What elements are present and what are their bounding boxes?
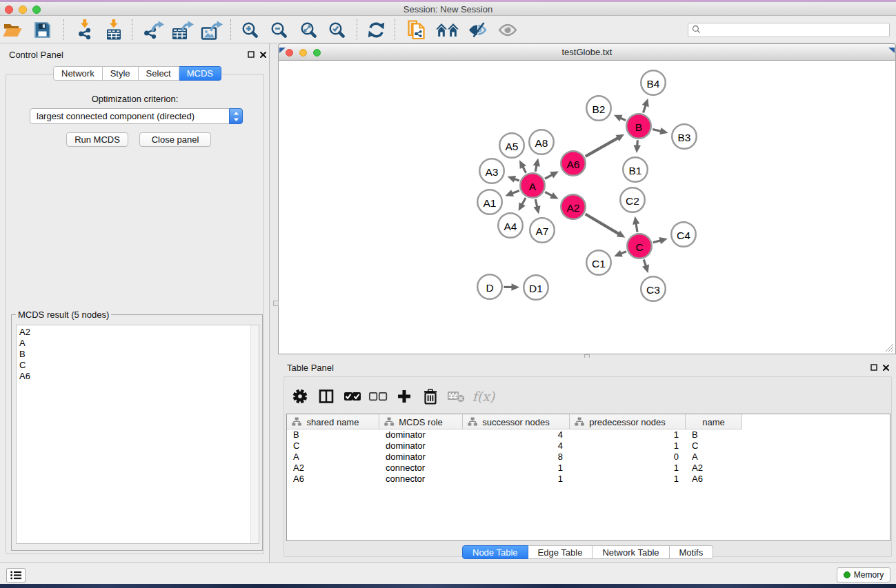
column-label: shared name [307, 417, 359, 427]
column-header-successor-nodes[interactable]: successor nodes [463, 414, 570, 429]
table-row-A2[interactable]: A2connector11A2 [287, 463, 890, 474]
table-settings-button[interactable] [287, 384, 313, 409]
graph-node-A8[interactable]: A8 [529, 130, 554, 154]
graph-node-B3[interactable]: B3 [672, 124, 697, 149]
hide-selected-icon [468, 22, 487, 38]
export-image-button[interactable] [199, 17, 225, 42]
graph-node-D1[interactable]: D1 [524, 275, 548, 300]
resize-grip-icon[interactable] [885, 343, 894, 352]
graph-node-B1[interactable]: B1 [623, 157, 648, 182]
search-box[interactable] [688, 23, 890, 37]
table-row-B[interactable]: Bdominator41B [287, 429, 890, 440]
open-session-button[interactable] [0, 17, 26, 42]
first-neighbors-button[interactable] [434, 17, 460, 42]
graph-node-A3[interactable]: A3 [479, 159, 504, 183]
graph-node-A4[interactable]: A4 [498, 213, 523, 238]
column-header-shared-name[interactable]: shared name [287, 414, 379, 429]
table-panel-close-icon[interactable] [882, 363, 890, 371]
select-all-button[interactable] [339, 384, 366, 409]
graph-node-D[interactable]: D [477, 274, 502, 299]
import-table-button[interactable] [101, 17, 127, 42]
duplicate-network-button[interactable] [404, 17, 430, 42]
graph-node-label: A7 [536, 225, 549, 237]
graph-edge-C-C2[interactable] [636, 223, 637, 232]
tab-node-table[interactable]: Node Table [462, 545, 528, 559]
mcds-result-item[interactable]: A [19, 338, 259, 349]
graph-node-label: B2 [593, 103, 606, 115]
export-table-button[interactable] [170, 17, 196, 42]
show-all-button[interactable] [495, 17, 521, 42]
search-input[interactable] [704, 26, 889, 35]
graph-node-B[interactable]: B [626, 114, 651, 139]
table-toolbar: f(x) [278, 384, 568, 409]
mcds-result-item[interactable]: A6 [19, 371, 259, 382]
tab-style[interactable]: Style [103, 66, 139, 81]
network-graph[interactable]: B4B2BB3A5A8A6A3B1AC2A1A2A4A7C4CC1C3DD1 [279, 61, 895, 353]
column-header-predecessor-nodes[interactable]: predecessor nodes [570, 414, 686, 429]
run-mcds-button[interactable]: Run MCDS [66, 132, 128, 147]
graph-edge-A2-C[interactable] [586, 214, 620, 234]
import-network-button[interactable] [72, 17, 98, 42]
graph-node-A[interactable]: A [520, 173, 545, 198]
node-table[interactable]: shared nameMCDS rolesuccessor nodesprede… [286, 414, 890, 541]
graph-node-B2[interactable]: B2 [586, 96, 611, 121]
mcds-result-item[interactable]: C [19, 360, 259, 371]
zoom-in-button[interactable] [237, 17, 263, 42]
optimization-criterion-select[interactable]: largest connected component (directed) [30, 108, 243, 124]
graph-edge-A6-B[interactable] [586, 138, 619, 156]
column-header-MCDS-role[interactable]: MCDS role [379, 414, 463, 429]
graph-node-A7[interactable]: A7 [530, 218, 555, 243]
table-row-A[interactable]: Adominator80A [287, 452, 890, 463]
graph-node-A2[interactable]: A2 [561, 194, 586, 219]
column-label: successor nodes [482, 417, 550, 427]
delete-row-button[interactable] [417, 384, 444, 409]
table-row-C[interactable]: Cdominator41C [287, 440, 890, 452]
graph-edge-B-B3[interactable] [653, 130, 661, 132]
split-divider-handle-left[interactable] [273, 301, 279, 306]
tab-motifs[interactable]: Motifs [670, 545, 714, 559]
graph-edge-arrowhead [505, 190, 514, 196]
table-panel-float-icon[interactable] [870, 363, 878, 371]
tab-select[interactable]: Select [139, 66, 179, 81]
show-columns-button[interactable] [313, 384, 339, 409]
tab-network-table[interactable]: Network Table [593, 545, 669, 559]
zoom-fit-button[interactable] [295, 17, 321, 42]
mcds-result-list[interactable]: A2ABCA6 [16, 325, 259, 544]
zoom-selected-button[interactable] [323, 17, 350, 42]
table-row-A6[interactable]: A6connector11A6 [287, 474, 890, 485]
panel-selector-button[interactable] [6, 568, 26, 582]
network-canvas[interactable]: B4B2BB3A5A8A6A3B1AC2A1A2A4A7C4CC1C3DD1 [278, 61, 896, 354]
delete-table-button[interactable] [443, 384, 469, 409]
tab-edge-table[interactable]: Edge Table [528, 545, 593, 559]
graph-node-C4[interactable]: C4 [671, 222, 696, 247]
graph-node-label: A6 [567, 159, 580, 170]
refresh-button[interactable] [363, 17, 389, 42]
network-window-titlebar[interactable]: testGlobe.txt [278, 43, 896, 61]
node-table-header: shared nameMCDS rolesuccessor nodesprede… [287, 414, 742, 429]
function-builder-button[interactable]: f(x) [470, 384, 497, 409]
save-session-button[interactable] [29, 17, 55, 42]
graph-node-C[interactable]: C [627, 234, 652, 258]
control-panel-close-icon[interactable] [259, 50, 267, 58]
zoom-out-button[interactable] [266, 17, 292, 42]
graph-node-A1[interactable]: A1 [477, 190, 502, 214]
memory-button[interactable]: Memory [837, 567, 890, 582]
close-panel-button[interactable]: Close panel [139, 132, 211, 147]
tab-mcds[interactable]: MCDS [179, 66, 221, 81]
graph-node-A6[interactable]: A6 [561, 151, 586, 176]
graph-node-C2[interactable]: C2 [620, 187, 645, 212]
deselect-all-button[interactable] [365, 384, 391, 409]
tab-network[interactable]: Network [53, 66, 103, 81]
export-network-button[interactable] [141, 17, 167, 42]
mcds-result-item[interactable]: A2 [19, 327, 259, 338]
graph-node-C3[interactable]: C3 [641, 276, 666, 301]
control-panel-float-icon[interactable] [248, 50, 255, 58]
add-row-button[interactable] [391, 384, 417, 409]
graph-node-A5[interactable]: A5 [499, 133, 524, 158]
mcds-result-scrollbar[interactable] [250, 325, 259, 543]
column-header-name[interactable]: name [686, 414, 742, 429]
hide-selected-button[interactable] [464, 17, 490, 42]
graph-node-B4[interactable]: B4 [641, 70, 666, 95]
graph-node-C1[interactable]: C1 [586, 250, 611, 275]
mcds-result-item[interactable]: B [19, 349, 259, 360]
